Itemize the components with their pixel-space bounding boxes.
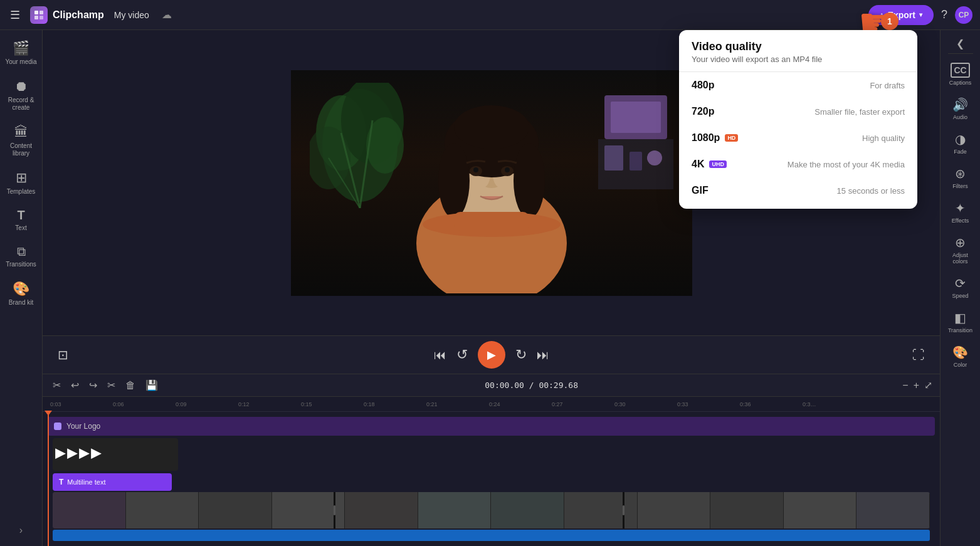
- rs-label-captions: Captions: [949, 80, 972, 86]
- quality-option-gif-left: GIF: [692, 185, 709, 196]
- transitions-icon: ⧉: [17, 244, 26, 259]
- svg-rect-2: [34, 16, 38, 19]
- video-title[interactable]: My video: [114, 10, 149, 20]
- quality-option-1080p[interactable]: 1080p HD High quality: [679, 125, 917, 151]
- sidebar-expand-button[interactable]: ›: [14, 520, 28, 541]
- rs-item-filters[interactable]: ⊛ Filters: [943, 161, 978, 194]
- sidebar-item-your-media[interactable]: 🎬 Your media: [3, 35, 40, 71]
- zoom-in-button[interactable]: +: [914, 379, 919, 391]
- audio-track[interactable]: [53, 530, 930, 541]
- svg-rect-13: [611, 102, 661, 133]
- person-in-video: [391, 80, 592, 296]
- sidebar-item-brand-kit[interactable]: 🎨 Brand kit: [3, 276, 40, 312]
- logo-track[interactable]: Your Logo: [48, 417, 935, 436]
- sidebar-label-record: Record & create: [8, 97, 34, 112]
- quality-dropdown-subtitle: Your video will export as an MP4 file: [692, 55, 905, 64]
- redo-button[interactable]: ↪: [87, 378, 100, 392]
- crop-button[interactable]: ⊡: [58, 347, 68, 362]
- fast-forward-button[interactable]: ↻: [515, 347, 527, 363]
- quality-4k-badge: UHD: [709, 160, 727, 168]
- vthumb-9: [638, 492, 711, 528]
- hamburger-menu[interactable]: ☰: [8, 6, 23, 24]
- rs-label-audio: Audio: [953, 114, 967, 120]
- sidebar-item-content-library[interactable]: 🏛 Content library: [3, 119, 40, 162]
- ruler-mark-9: 0:30: [614, 401, 677, 407]
- arrows-track[interactable]: ◀ ◀ ◀ ◀: [53, 438, 178, 471]
- ruler-mark-6: 0:21: [426, 401, 489, 407]
- fit-button[interactable]: ⤢: [924, 379, 932, 391]
- user-avatar[interactable]: CP: [955, 6, 972, 24]
- speed-icon: ⟳: [955, 276, 966, 291]
- timeline-ruler: 0:03 0:06 0:09 0:12 0:15 0:18 0:21 0:24 …: [43, 397, 940, 412]
- undo-button[interactable]: ↩: [68, 378, 82, 392]
- quality-option-720p[interactable]: 720p Smaller file, faster export: [679, 98, 917, 125]
- play-button[interactable]: ▶: [478, 341, 505, 369]
- right-sidebar: ❮ CC Captions 🔊 Audio ◑ Fade ⊛ Filters ✦…: [940, 30, 980, 546]
- sidebar-label-transitions: Transitions: [6, 261, 36, 268]
- logo-icon: [30, 6, 48, 24]
- rs-item-adjust-colors[interactable]: ⊕ Adjust colors: [943, 230, 978, 270]
- sidebar-item-transitions[interactable]: ⧉ Transitions: [3, 239, 40, 273]
- filters-icon: ⊛: [955, 166, 966, 181]
- quality-1080p-desc: High quality: [862, 134, 905, 143]
- quality-720p-desc: Smaller file, faster export: [814, 107, 905, 117]
- sidebar-item-record[interactable]: ⏺ Record & create: [3, 73, 40, 117]
- rs-item-transition[interactable]: ◧ Transition: [943, 305, 978, 339]
- quality-dropdown-header: Video quality Your video will export as …: [679, 40, 917, 72]
- quality-1080p-res: 1080p: [692, 132, 720, 144]
- svg-point-28: [505, 167, 510, 172]
- sidebar-item-text[interactable]: T Text: [3, 203, 40, 237]
- quality-gif-res: GIF: [692, 185, 709, 196]
- collapse-sidebar-button[interactable]: ❮: [956, 38, 964, 50]
- cut-button[interactable]: ✂: [105, 378, 118, 392]
- quality-option-4k[interactable]: 4K UHD Make the most of your 4K media: [679, 151, 917, 177]
- zoom-controls: − + ⤢: [902, 379, 932, 391]
- text-track[interactable]: T Multiline text: [53, 473, 172, 491]
- fullscreen-button-area[interactable]: ⛶: [912, 348, 925, 362]
- main-video-track[interactable]: [53, 492, 930, 528]
- fullscreen-button[interactable]: ⛶: [912, 348, 925, 362]
- export-label: Export: [888, 10, 915, 20]
- text-icon: T: [17, 208, 24, 223]
- quality-option-gif[interactable]: GIF 15 seconds or less: [679, 177, 917, 204]
- ruler-mark-1: 0:06: [113, 401, 176, 407]
- split-button[interactable]: ✂: [50, 378, 63, 392]
- timeline-tracks: Your Logo ◀ ◀ ◀ ◀: [43, 412, 940, 546]
- rs-item-fade[interactable]: ◑ Fade: [943, 127, 978, 160]
- templates-icon: ⊞: [16, 170, 27, 186]
- arrows-track-row: ◀ ◀ ◀ ◀: [48, 437, 935, 472]
- time-current: 00:00.00: [485, 381, 524, 390]
- quality-dropdown[interactable]: Video quality Your video will export as …: [679, 30, 917, 209]
- help-icon[interactable]: ?: [941, 8, 947, 21]
- skip-forward-button[interactable]: ⏭: [537, 348, 549, 362]
- ruler-mark-11: 0:36: [740, 401, 803, 407]
- quality-option-480p[interactable]: 480p For drafts: [679, 72, 917, 98]
- save-button[interactable]: 💾: [143, 378, 161, 392]
- arrow-4: ◀: [91, 446, 102, 463]
- effects-icon: ✦: [955, 201, 966, 216]
- rewind-button[interactable]: ↺: [456, 347, 468, 363]
- sidebar-label-content-library: Content library: [10, 142, 32, 157]
- delete-button[interactable]: 🗑: [123, 379, 138, 392]
- sidebar-item-templates[interactable]: ⊞ Templates: [3, 165, 40, 201]
- ruler-mark-0: 0:03: [50, 401, 113, 407]
- rs-item-captions[interactable]: CC Captions: [943, 58, 978, 91]
- skip-back-button[interactable]: ⏮: [434, 348, 446, 362]
- text-track-label: Multiline text: [67, 478, 105, 486]
- ruler-mark-7: 0:24: [489, 401, 552, 407]
- quality-option-1080p-left: 1080p HD: [692, 132, 738, 144]
- arrow-2: ◀: [67, 446, 78, 463]
- rs-item-speed[interactable]: ⟳ Speed: [943, 271, 978, 304]
- quality-480p-desc: For drafts: [870, 81, 905, 90]
- export-icon: ↑: [880, 10, 884, 20]
- crop-button-area[interactable]: ⊡: [58, 347, 68, 362]
- zoom-out-button[interactable]: −: [902, 379, 908, 391]
- playhead[interactable]: [48, 412, 49, 546]
- rs-item-audio[interactable]: 🔊 Audio: [943, 92, 978, 125]
- rs-item-effects[interactable]: ✦ Effects: [943, 196, 978, 229]
- quality-480p-res: 480p: [692, 80, 714, 91]
- svg-rect-16: [630, 152, 642, 171]
- rs-item-color[interactable]: 🎨 Color: [943, 340, 978, 373]
- vthumb-8: [564, 492, 638, 528]
- export-button[interactable]: ↑ Export ▾: [868, 5, 934, 25]
